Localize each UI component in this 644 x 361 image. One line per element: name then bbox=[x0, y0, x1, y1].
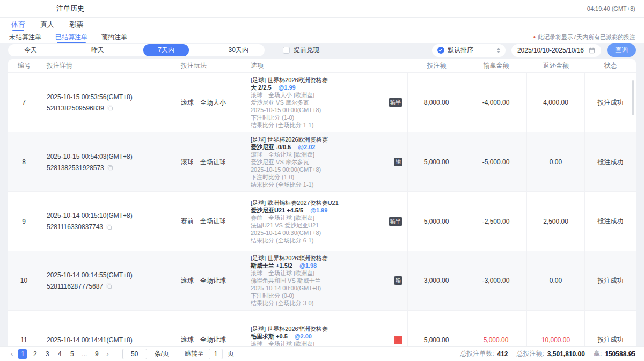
subtab-unsettled[interactable]: 未结算注单 bbox=[9, 31, 41, 43]
note-text: 此记录将显示7天内所有已派彩的投注 bbox=[538, 34, 635, 40]
sort-select-value: 默认排序 bbox=[448, 46, 497, 55]
market-info: 滚球 全场让球 [欧洲盘] bbox=[251, 151, 401, 158]
record-note: •此记录将显示7天内所有已派彩的投注 bbox=[533, 33, 635, 41]
selection-cell: [足球] 世界杯2026欧洲资格赛 大 2/2.5 @1.99 滚球 全场大小 … bbox=[244, 73, 408, 132]
date-range-input[interactable]: 2025/10/10-2025/10/16 bbox=[511, 44, 601, 57]
col-return: 返还金额 bbox=[527, 61, 585, 70]
page-size-label: 条/页 bbox=[155, 349, 169, 358]
bet-number: 7 bbox=[8, 73, 40, 132]
result-badge: 赢 bbox=[394, 336, 402, 344]
selection-line: 毛里求斯 +0.5 @2.00 bbox=[251, 333, 401, 340]
subtab-settled[interactable]: 已结算注单 bbox=[55, 31, 87, 43]
match-teams: 法国U21 VS 爱沙尼亚U21 bbox=[251, 222, 401, 229]
return-amount: 10,000.00 bbox=[527, 311, 585, 346]
selection-cell: [足球] 世界杯2026欧洲资格赛 爱沙尼亚 -0/0.5 @2.02 滚球 全… bbox=[244, 132, 408, 191]
jump-page-input[interactable]: 1 bbox=[209, 349, 223, 359]
col-detail: 投注详情 bbox=[40, 61, 174, 70]
play-type: 全场让球 bbox=[200, 335, 226, 344]
date-range-group: 今天昨天7天内30天内 bbox=[8, 44, 265, 56]
table-row: 7 2025-10-15 00:53:56(GMT+8) 52813825095… bbox=[8, 73, 636, 132]
play-type: 全场大小 bbox=[200, 98, 226, 107]
page-button[interactable]: ... bbox=[79, 349, 89, 359]
selection-text: 爱沙尼亚 -0/0.5 bbox=[251, 144, 291, 150]
page-button[interactable]: 5 bbox=[67, 349, 77, 359]
selection-line: 爱沙尼亚 -0/0.5 @2.02 bbox=[251, 143, 401, 151]
range-pill[interactable]: 30天内 bbox=[214, 44, 263, 56]
page-button[interactable]: 1 bbox=[18, 349, 27, 359]
odds-value: @1.99 bbox=[310, 207, 327, 213]
copy-icon[interactable] bbox=[106, 224, 112, 230]
prev-page-button[interactable]: ‹ bbox=[9, 350, 15, 358]
play-type-cell: 滚球 全场让球 bbox=[174, 311, 244, 346]
early-cashout-checkbox[interactable]: 提前兑现 bbox=[283, 46, 319, 55]
result-score: 结果比分 (全场比分 6-1) bbox=[251, 237, 401, 244]
page-button[interactable]: 3 bbox=[42, 349, 52, 359]
range-pill[interactable]: 今天 bbox=[10, 44, 52, 56]
play-type-cell: 滚球 全场让球 bbox=[174, 132, 244, 191]
market-info: 滚球 全场大小 [欧洲盘] bbox=[251, 91, 401, 99]
win-loss-amount: -3,000.00 bbox=[465, 251, 527, 310]
pagination: ‹ 12345...9 › 50 条/页 跳转至 1 页 bbox=[9, 349, 234, 359]
play-type: 全场让球 bbox=[200, 158, 226, 167]
play-stage: 滚球 bbox=[181, 98, 194, 107]
copy-icon[interactable] bbox=[107, 105, 113, 111]
bet-status: 投注成功 bbox=[585, 192, 636, 251]
copy-icon[interactable] bbox=[107, 165, 113, 171]
col-selection: 选项 bbox=[244, 61, 408, 70]
match-teams: 佛得角共和国 VS 斯威士兰 bbox=[251, 277, 401, 284]
odds-value: @2.00 bbox=[295, 333, 312, 340]
play-type: 全场让球 bbox=[200, 217, 226, 226]
league-name: [足球] 世界杯2026非洲资格赛 bbox=[251, 254, 401, 262]
table-area: 编号 投注详情 投注玩法 选项 投注额 输赢金额 返还金额 状态 7 2025-… bbox=[0, 57, 644, 346]
col-status: 状态 bbox=[585, 61, 636, 70]
bet-detail-cell: 2025-10-15 00:54:03(GMT+8) 5281382531928… bbox=[40, 132, 174, 191]
range-pill[interactable]: 昨天 bbox=[77, 44, 119, 56]
table-body: 7 2025-10-15 00:53:56(GMT+8) 52813825095… bbox=[8, 73, 636, 346]
sort-caret-icon bbox=[497, 48, 500, 53]
page-button[interactable]: 2 bbox=[30, 349, 40, 359]
page-title: 注单历史 bbox=[56, 4, 84, 13]
query-button[interactable]: 查询 bbox=[607, 43, 636, 57]
selection-text: 大 2/2.5 bbox=[251, 84, 272, 91]
bet-time: 2025-10-14 00:15:10(GMT+8) bbox=[47, 212, 167, 219]
range-pill[interactable]: 7天内 bbox=[143, 44, 189, 56]
odds-value: @1.98 bbox=[299, 262, 317, 269]
table-row: 11 2025-10-14 00:14:41(GMT+8) 滚球 全场让球 [足… bbox=[8, 311, 636, 346]
market-info: 滚球 全场让球 [欧洲盘] bbox=[251, 269, 401, 277]
bet-status: 投注成功 bbox=[585, 311, 636, 346]
col-amount: 投注额 bbox=[408, 61, 465, 70]
footer-bar: ‹ 12345...9 › 50 条/页 跳转至 1 页 总投注单数: 412 … bbox=[0, 346, 644, 361]
bet-amount: 8,000.00 bbox=[408, 73, 465, 132]
total-win-label: 赢: bbox=[594, 349, 602, 358]
win-loss-amount: -4,000.00 bbox=[465, 73, 527, 132]
copy-icon[interactable] bbox=[106, 283, 112, 289]
bet-status: 投注成功 bbox=[585, 73, 636, 132]
play-type-cell: 滚球 全场大小 bbox=[174, 73, 244, 132]
page-list: 12345...9 bbox=[18, 349, 101, 359]
bet-id: 5281382509596839 bbox=[47, 105, 104, 112]
checkbox-label: 提前兑现 bbox=[294, 46, 319, 55]
sort-select[interactable]: 默认排序 bbox=[432, 44, 506, 57]
bet-id-row: 5281116287775687 bbox=[47, 283, 167, 290]
tab-live[interactable]: 真人 bbox=[40, 18, 54, 31]
play-type: 全场让球 bbox=[200, 276, 226, 285]
page-size-input[interactable]: 50 bbox=[122, 349, 147, 359]
league-name: [足球] 世界杯2026欧洲资格赛 bbox=[251, 76, 401, 84]
play-stage: 滚球 bbox=[181, 158, 194, 167]
match-time: 2025-10-14 00:30(GMT+8) bbox=[251, 229, 401, 237]
tab-sports[interactable]: 体育 bbox=[11, 18, 25, 31]
subtab-reserved[interactable]: 预约注单 bbox=[101, 31, 127, 43]
bet-amount: 5,000.00 bbox=[408, 311, 465, 346]
page-button[interactable]: 9 bbox=[92, 349, 101, 359]
col-winloss: 输赢金额 bbox=[465, 61, 527, 70]
tab-lottery[interactable]: 彩票 bbox=[69, 18, 83, 31]
return-amount: 2,500.00 bbox=[527, 192, 585, 251]
selection-line: 大 2/2.5 @1.99 bbox=[251, 84, 401, 91]
page-button[interactable]: 4 bbox=[55, 349, 64, 359]
scrollbar-thumb[interactable] bbox=[632, 80, 634, 115]
checkbox-icon[interactable] bbox=[283, 47, 290, 54]
table-row: 8 2025-10-15 00:54:03(GMT+8) 52813825319… bbox=[8, 132, 636, 192]
selection-cell: [足球] 世界杯2026非洲资格赛 毛里求斯 +0.5 @2.00 滚球 全场让… bbox=[244, 311, 408, 346]
table-header: 编号 投注详情 投注玩法 选项 投注额 输赢金额 返还金额 状态 bbox=[8, 59, 636, 73]
next-page-button[interactable]: › bbox=[104, 350, 111, 358]
